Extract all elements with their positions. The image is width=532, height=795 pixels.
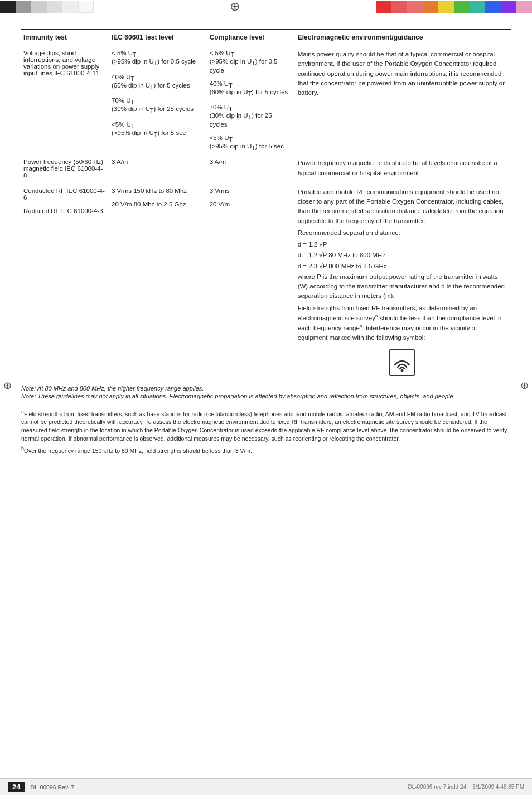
wireless-symbol-svg: [392, 353, 412, 373]
immunity-cell-3: Conducted RF IEC 61000-4-6 Radiated RF I…: [21, 184, 109, 379]
left-compass: ⊕: [0, 379, 12, 392]
compliance-text-3b: 20 V/m: [210, 201, 230, 208]
bar-seg-5: [62, 1, 78, 13]
footer-file-info: DL-00096 rev 7.indd 24 6/1/2009 4:48:35 …: [408, 784, 524, 790]
bar-seg-3: [31, 1, 47, 13]
bar-seg-1: [0, 1, 16, 13]
col-header-iec: IEC 60601 test level: [109, 30, 207, 46]
bar-seg-r2: [391, 1, 407, 13]
bar-seg-r1: [376, 1, 391, 13]
notes-section: Note: At 80 MHz and 800 MHz, the higher …: [21, 385, 511, 454]
em-cell-2: Power frequency magnetic fields should b…: [296, 155, 511, 184]
bar-seg-6: [78, 1, 94, 13]
em-text-1: Mains power quality should be that of a …: [298, 50, 506, 98]
table-row: Voltage dips, short interruptions, and v…: [21, 46, 511, 155]
bar-seg-r3: [407, 1, 423, 13]
footer-bar: 24 DL-00096 Rev. 7 DL-00096 rev 7.indd 2…: [0, 778, 532, 795]
right-compass: ⊕: [520, 379, 532, 392]
immunity-cell-1: Voltage dips, short interruptions, and v…: [21, 46, 109, 155]
iec-cell-1: < 5% UT (>95% dip in UT) for 0.5 cycle 4…: [109, 46, 207, 155]
iec-text-2: 3 A/m: [112, 158, 128, 165]
em-math-3: d = 2.3 √P 800 MHz to 2.5 GHz: [298, 262, 506, 271]
footnote-a: aField strengths from fixed transmitters…: [21, 408, 511, 442]
iec-text-1: < 5% UT (>95% dip in UT) for 0.5 cycle 4…: [112, 50, 196, 136]
wireless-symbol: [389, 349, 415, 376]
iec-text-3a: 3 Vrms 150 kHz to 80 Mhz: [112, 187, 187, 194]
compliance-cell-1: < 5% UT (>95% dip in UT) for 0.5 cycle 4…: [207, 46, 296, 155]
col-header-em: Electromagnetic environment/guidance: [296, 30, 511, 46]
wireless-symbol-container: [298, 346, 506, 376]
col-header-compliance: Compliance level: [207, 30, 296, 46]
note-2: Note: These guidelines may not apply in …: [21, 393, 511, 399]
page-wrapper: ⊕ ⊕ ⊕ Immunity test IEC 60601 test level: [0, 0, 532, 795]
immunity-text-3b: Radiated RF IEC 61000-4-3: [23, 208, 103, 214]
iec-cell-2: 3 A/m: [109, 155, 207, 184]
footer-doc-id: DL-00096 Rev. 7: [30, 784, 74, 791]
content-area: Immunity test IEC 60601 test level Compl…: [0, 13, 532, 468]
top-bar: ⊕: [0, 0, 532, 13]
bar-seg-r6: [454, 1, 470, 13]
bar-seg-r10: [516, 1, 532, 13]
compass-icon: ⊕: [230, 0, 240, 14]
compliance-text-2: 3 A/m: [210, 158, 226, 165]
table-row: Conducted RF IEC 61000-4-6 Radiated RF I…: [21, 184, 511, 379]
em-text-3-para4: Field strengths from fixed RF transmitte…: [298, 303, 506, 343]
footnote-b: bOver the frequency range 150 kHz to 80 …: [21, 445, 511, 455]
table-row: Power frequency (50/60 Hz) magnetic fiel…: [21, 155, 511, 184]
em-text-3-para3: where P is the maximum output power rati…: [298, 272, 506, 301]
top-bar-right-segs: [376, 1, 532, 13]
compliance-cell-3: 3 Vrms 20 V/m: [207, 184, 296, 379]
em-math-1: d = 1.2 √P: [298, 240, 506, 249]
page-number: 24: [8, 782, 25, 792]
em-math-2: d = 1.2 √P 80 MHz to 800 MHz: [298, 250, 506, 260]
bar-seg-r7: [470, 1, 485, 13]
em-cell-1: Mains power quality should be that of a …: [296, 46, 511, 155]
immunity-text-1: Voltage dips, short interruptions, and v…: [23, 50, 99, 76]
em-text-3-para1: Portable and mobile RF communications eq…: [298, 187, 506, 226]
immunity-cell-2: Power frequency (50/60 Hz) magnetic fiel…: [21, 155, 109, 184]
bar-seg-4: [47, 1, 62, 13]
immunity-table: Immunity test IEC 60601 test level Compl…: [21, 29, 511, 379]
note-1: Note: At 80 MHz and 800 MHz, the higher …: [21, 385, 511, 392]
top-bar-left-segs: [0, 1, 94, 13]
immunity-text-2: Power frequency (50/60 Hz) magnetic fiel…: [23, 158, 103, 179]
bar-seg-r8: [485, 1, 501, 13]
iec-text-3b: 20 V/m 80 Mhz to 2.5 Ghz: [112, 201, 186, 208]
bar-seg-r9: [501, 1, 516, 13]
iec-cell-3: 3 Vrms 150 kHz to 80 Mhz 20 V/m 80 Mhz t…: [109, 184, 207, 379]
compliance-text-3a: 3 Vrms: [210, 187, 230, 194]
immunity-text-3a: Conducted RF IEC 61000-4-6: [23, 187, 105, 201]
col-header-immunity: Immunity test: [21, 30, 109, 46]
bar-seg-r4: [423, 1, 438, 13]
compliance-text-1: < 5% UT (>95% dip in UT) for 0.5 cycle 4…: [210, 50, 288, 150]
bar-seg-r5: [438, 1, 454, 13]
top-center-area: ⊕: [94, 0, 376, 14]
bar-seg-2: [16, 1, 31, 13]
em-cell-3: Portable and mobile RF communications eq…: [296, 184, 511, 379]
em-text-3-para2: Recommended separation distance:: [298, 228, 506, 238]
em-text-2: Power frequency magnetic fields should b…: [298, 158, 506, 178]
svg-point-0: [400, 369, 403, 372]
compliance-cell-2: 3 A/m: [207, 155, 296, 184]
